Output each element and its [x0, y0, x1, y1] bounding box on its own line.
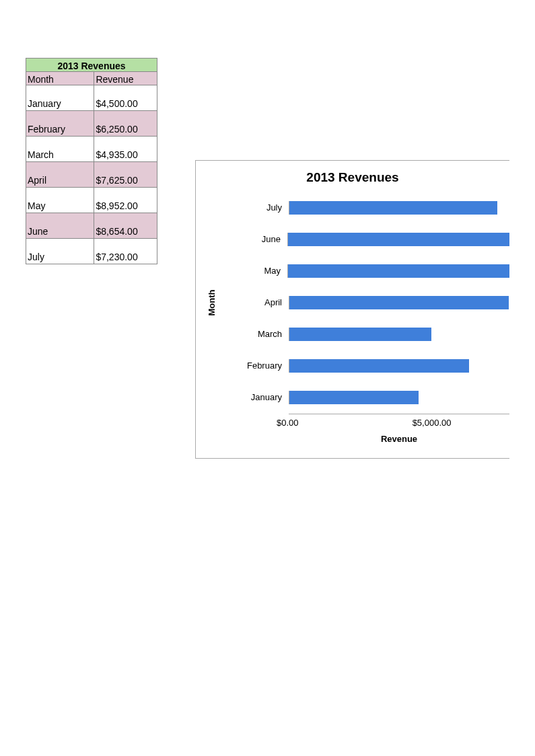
chart-plot-area: Month JulyJuneMayAprilMarchFebruaryJanua… — [238, 192, 509, 414]
table-row: March$4,935.00 — [26, 137, 157, 162]
cell-revenue: $8,952.00 — [94, 188, 157, 213]
x-tick-5000: $5,000.00 — [413, 418, 452, 428]
chart-bar — [288, 264, 509, 278]
chart-bar — [289, 328, 431, 341]
chart-bar — [289, 391, 419, 404]
chart-bar — [288, 233, 509, 246]
chart-title: 2013 Revenues — [196, 170, 509, 185]
x-tick-0: $0.00 — [277, 418, 299, 428]
chart-category-label: May — [238, 266, 287, 276]
chart-bar-row: February — [238, 350, 509, 381]
cell-month: February — [26, 111, 94, 137]
table-row: February$6,250.00 — [26, 111, 157, 137]
cell-month: April — [26, 162, 94, 188]
header-revenue: Revenue — [94, 72, 157, 85]
chart-bar-row: May — [238, 255, 509, 287]
header-month: Month — [26, 72, 94, 85]
table-header-row: Month Revenue — [26, 72, 157, 85]
cell-revenue: $4,500.00 — [94, 85, 157, 111]
cell-month: May — [26, 188, 94, 213]
chart-bar — [289, 359, 469, 373]
chart-category-label: June — [238, 234, 287, 244]
chart-x-axis: $0.00 $5,000.00 Revenue — [289, 414, 509, 450]
cell-revenue: $6,250.00 — [94, 111, 157, 137]
cell-month: July — [26, 239, 94, 264]
table-row: July$7,230.00 — [26, 239, 157, 264]
revenues-table: 2013 Revenues Month Revenue January$4,50… — [26, 58, 157, 264]
cell-month: January — [26, 85, 94, 111]
chart-bar-row: July — [238, 192, 509, 223]
cell-month: June — [26, 213, 94, 239]
cell-revenue: $4,935.00 — [94, 137, 157, 162]
chart-bar — [289, 296, 509, 309]
chart-bar-row: June — [238, 223, 509, 255]
chart-bar-row: March — [238, 318, 509, 350]
cell-month: March — [26, 137, 94, 162]
chart-y-axis-label: Month — [207, 290, 217, 316]
cell-revenue: $8,654.00 — [94, 213, 157, 239]
chart-bar-row: April — [238, 287, 509, 318]
chart-category-label: February — [238, 361, 289, 371]
cell-revenue: $7,230.00 — [94, 239, 157, 264]
cell-revenue: $7,625.00 — [94, 162, 157, 188]
chart-category-label: January — [238, 392, 289, 402]
table-row: January$4,500.00 — [26, 85, 157, 111]
chart-category-label: March — [238, 329, 289, 339]
chart-x-axis-label: Revenue — [289, 434, 509, 444]
table-row: June$8,654.00 — [26, 213, 157, 239]
revenues-chart: 2013 Revenues Month JulyJuneMayAprilMarc… — [195, 160, 509, 459]
chart-bar — [289, 201, 497, 215]
chart-bar-row: January — [238, 381, 509, 413]
table-title: 2013 Revenues — [26, 59, 157, 72]
table-row: May$8,952.00 — [26, 188, 157, 213]
chart-category-label: April — [238, 297, 289, 307]
chart-category-label: July — [238, 202, 289, 213]
table-row: April$7,625.00 — [26, 162, 157, 188]
